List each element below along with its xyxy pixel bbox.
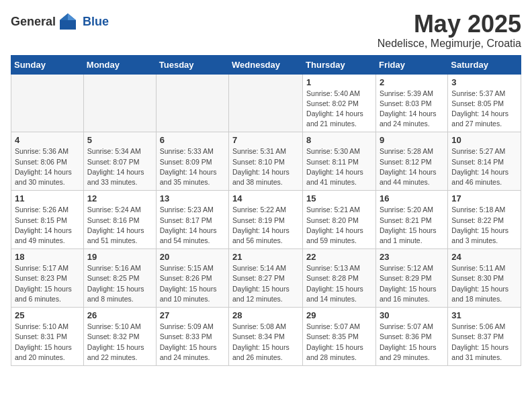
day-cell-11: 11Sunrise: 5:26 AMSunset: 8:15 PMDayligh… [11, 191, 84, 249]
day-number: 3 [451, 77, 517, 87]
day-number: 27 [160, 310, 225, 320]
day-cell-empty-0 [11, 74, 84, 132]
day-cell-26: 26Sunrise: 5:10 AMSunset: 8:32 PMDayligh… [83, 308, 156, 366]
day-cell-18: 18Sunrise: 5:17 AMSunset: 8:23 PMDayligh… [11, 249, 84, 308]
day-number: 7 [232, 135, 299, 145]
day-number: 5 [87, 135, 152, 145]
day-cell-17: 17Sunrise: 5:18 AMSunset: 8:22 PMDayligh… [448, 191, 521, 249]
day-info: Sunrise: 5:07 AMSunset: 8:35 PMDaylight:… [306, 322, 372, 363]
day-info: Sunrise: 5:11 AMSunset: 8:30 PMDaylight:… [451, 263, 517, 304]
logo: General Blue [11, 11, 109, 32]
day-number: 14 [232, 193, 299, 203]
day-info: Sunrise: 5:34 AMSunset: 8:07 PMDaylight:… [87, 146, 152, 187]
title-block: May 2025 Nedelisce, Megimurje, Croatia [378, 11, 521, 50]
day-info: Sunrise: 5:08 AMSunset: 8:34 PMDaylight:… [232, 322, 299, 363]
day-info: Sunrise: 5:07 AMSunset: 8:36 PMDaylight:… [380, 322, 444, 363]
day-cell-8: 8Sunrise: 5:30 AMSunset: 8:11 PMDaylight… [303, 132, 376, 191]
weekday-header-monday: Monday [83, 55, 156, 74]
day-number: 12 [87, 193, 152, 203]
day-cell-20: 20Sunrise: 5:15 AMSunset: 8:26 PMDayligh… [156, 249, 228, 308]
day-cell-22: 22Sunrise: 5:13 AMSunset: 8:28 PMDayligh… [303, 249, 376, 308]
weekday-header-friday: Friday [375, 55, 447, 74]
day-info: Sunrise: 5:28 AMSunset: 8:12 PMDaylight:… [380, 146, 444, 187]
day-number: 26 [87, 310, 152, 320]
day-number: 1 [306, 77, 372, 87]
weekday-header-sunday: Sunday [11, 55, 84, 74]
day-number: 31 [451, 310, 517, 320]
day-info: Sunrise: 5:10 AMSunset: 8:32 PMDaylight:… [87, 322, 152, 363]
week-row-2: 4Sunrise: 5:36 AMSunset: 8:06 PMDaylight… [11, 132, 521, 191]
day-info: Sunrise: 5:12 AMSunset: 8:29 PMDaylight:… [380, 263, 444, 304]
day-number: 28 [232, 310, 299, 320]
day-cell-23: 23Sunrise: 5:12 AMSunset: 8:29 PMDayligh… [375, 249, 447, 308]
day-number: 24 [451, 252, 517, 262]
day-number: 9 [380, 135, 444, 145]
day-info: Sunrise: 5:16 AMSunset: 8:25 PMDaylight:… [87, 263, 152, 304]
weekday-header-saturday: Saturday [448, 55, 521, 74]
svg-marker-2 [60, 13, 68, 20]
day-cell-3: 3Sunrise: 5:37 AMSunset: 8:05 PMDaylight… [448, 74, 521, 132]
day-info: Sunrise: 5:15 AMSunset: 8:26 PMDaylight:… [160, 263, 225, 304]
day-info: Sunrise: 5:10 AMSunset: 8:31 PMDaylight:… [15, 322, 80, 363]
day-info: Sunrise: 5:33 AMSunset: 8:09 PMDaylight:… [160, 146, 225, 187]
day-info: Sunrise: 5:06 AMSunset: 8:37 PMDaylight:… [451, 322, 517, 363]
day-number: 2 [380, 77, 444, 87]
day-number: 16 [380, 193, 444, 203]
day-cell-12: 12Sunrise: 5:24 AMSunset: 8:16 PMDayligh… [83, 191, 156, 249]
weekday-header-tuesday: Tuesday [156, 55, 228, 74]
day-cell-empty-3 [229, 74, 303, 132]
day-info: Sunrise: 5:21 AMSunset: 8:20 PMDaylight:… [306, 205, 372, 246]
weekday-header-thursday: Thursday [303, 55, 376, 74]
day-cell-7: 7Sunrise: 5:31 AMSunset: 8:10 PMDaylight… [229, 132, 303, 191]
day-cell-30: 30Sunrise: 5:07 AMSunset: 8:36 PMDayligh… [375, 308, 447, 366]
day-number: 17 [451, 193, 517, 203]
day-cell-31: 31Sunrise: 5:06 AMSunset: 8:37 PMDayligh… [448, 308, 521, 366]
day-number: 20 [160, 252, 225, 262]
day-cell-15: 15Sunrise: 5:21 AMSunset: 8:20 PMDayligh… [303, 191, 376, 249]
day-cell-empty-2 [156, 74, 228, 132]
day-cell-16: 16Sunrise: 5:20 AMSunset: 8:21 PMDayligh… [375, 191, 447, 249]
header: General Blue May 2025 Nedelisce, Megimur… [11, 11, 521, 50]
day-info: Sunrise: 5:31 AMSunset: 8:10 PMDaylight:… [232, 146, 299, 187]
svg-marker-1 [68, 13, 76, 20]
day-info: Sunrise: 5:39 AMSunset: 8:03 PMDaylight:… [380, 89, 444, 130]
day-number: 29 [306, 310, 372, 320]
week-row-3: 11Sunrise: 5:26 AMSunset: 8:15 PMDayligh… [11, 191, 521, 249]
day-info: Sunrise: 5:36 AMSunset: 8:06 PMDaylight:… [15, 146, 80, 187]
day-number: 23 [380, 252, 444, 262]
day-number: 11 [15, 193, 80, 203]
day-cell-5: 5Sunrise: 5:34 AMSunset: 8:07 PMDaylight… [83, 132, 156, 191]
day-info: Sunrise: 5:24 AMSunset: 8:16 PMDaylight:… [87, 205, 152, 246]
day-cell-10: 10Sunrise: 5:27 AMSunset: 8:14 PMDayligh… [448, 132, 521, 191]
day-number: 13 [160, 193, 225, 203]
day-number: 30 [380, 310, 444, 320]
day-info: Sunrise: 5:27 AMSunset: 8:14 PMDaylight:… [451, 146, 517, 187]
logo-general: General [11, 15, 56, 29]
day-cell-25: 25Sunrise: 5:10 AMSunset: 8:31 PMDayligh… [11, 308, 84, 366]
day-info: Sunrise: 5:09 AMSunset: 8:33 PMDaylight:… [160, 322, 225, 363]
day-info: Sunrise: 5:20 AMSunset: 8:21 PMDaylight:… [380, 205, 444, 246]
day-number: 8 [306, 135, 372, 145]
weekday-header-row: SundayMondayTuesdayWednesdayThursdayFrid… [11, 55, 521, 74]
week-row-5: 25Sunrise: 5:10 AMSunset: 8:31 PMDayligh… [11, 308, 521, 366]
day-info: Sunrise: 5:40 AMSunset: 8:02 PMDaylight:… [306, 89, 372, 130]
weekday-header-wednesday: Wednesday [229, 55, 303, 74]
day-info: Sunrise: 5:13 AMSunset: 8:28 PMDaylight:… [306, 263, 372, 304]
day-cell-24: 24Sunrise: 5:11 AMSunset: 8:30 PMDayligh… [448, 249, 521, 308]
day-number: 15 [306, 193, 372, 203]
day-number: 25 [15, 310, 80, 320]
day-cell-2: 2Sunrise: 5:39 AMSunset: 8:03 PMDaylight… [375, 74, 447, 132]
calendar-container: General Blue May 2025 Nedelisce, Megimur… [0, 0, 532, 373]
day-number: 6 [160, 135, 225, 145]
logo-icon [57, 11, 79, 32]
week-row-4: 18Sunrise: 5:17 AMSunset: 8:23 PMDayligh… [11, 249, 521, 308]
day-number: 19 [87, 252, 152, 262]
day-info: Sunrise: 5:30 AMSunset: 8:11 PMDaylight:… [306, 146, 372, 187]
day-cell-29: 29Sunrise: 5:07 AMSunset: 8:35 PMDayligh… [303, 308, 376, 366]
day-cell-27: 27Sunrise: 5:09 AMSunset: 8:33 PMDayligh… [156, 308, 228, 366]
day-cell-14: 14Sunrise: 5:22 AMSunset: 8:19 PMDayligh… [229, 191, 303, 249]
day-number: 4 [15, 135, 80, 145]
location-title: Nedelisce, Megimurje, Croatia [378, 38, 521, 50]
day-cell-9: 9Sunrise: 5:28 AMSunset: 8:12 PMDaylight… [375, 132, 447, 191]
logo-blue: Blue [83, 15, 109, 28]
